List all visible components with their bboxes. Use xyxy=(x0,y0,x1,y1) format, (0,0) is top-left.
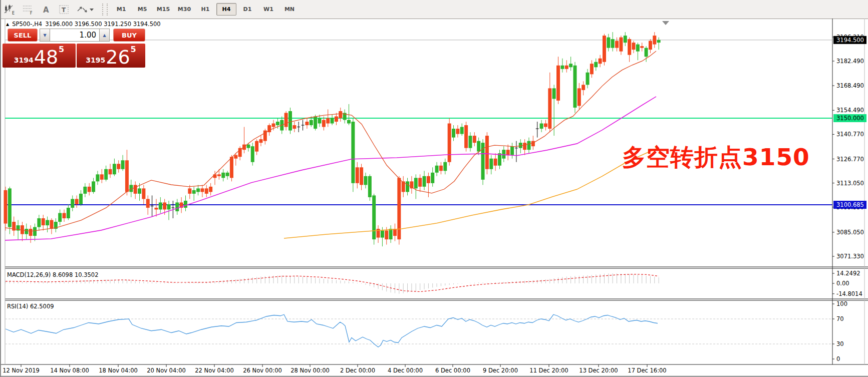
sell-price-sup: 5 xyxy=(59,45,64,54)
buy-price-sup: 5 xyxy=(131,45,136,54)
svg-text:F: F xyxy=(30,11,33,15)
chart-window: 3196.2103182.4903168.4903154.4903140.770… xyxy=(1,19,868,377)
svg-text:0: 0 xyxy=(836,355,840,362)
svg-text:3168.490: 3168.490 xyxy=(836,82,864,89)
sell-price-panel[interactable]: 3194 48 5 xyxy=(3,44,76,68)
chart-candles-icon[interactable]: E xyxy=(2,3,18,17)
price-chart-canvas[interactable]: 3196.2103182.4903168.4903154.4903140.770… xyxy=(1,19,868,377)
svg-text:18 Nov 04:00: 18 Nov 04:00 xyxy=(99,367,138,374)
ohlc-values: 3196.000 3196.500 3191.250 3194.500 xyxy=(45,21,160,28)
svg-text:3182.490: 3182.490 xyxy=(836,58,864,65)
svg-text:3100.685: 3100.685 xyxy=(836,201,864,208)
svg-text:0.00: 0.00 xyxy=(836,280,849,287)
svg-text:3140.770: 3140.770 xyxy=(836,131,864,138)
volume-decrease-button[interactable]: ▼ xyxy=(40,29,50,42)
svg-text:E: E xyxy=(12,11,15,15)
svg-text:11 Dec 20:00: 11 Dec 20:00 xyxy=(529,367,568,374)
chart-title: ▲ SP500-,H4 3196.000 3196.500 3191.250 3… xyxy=(6,21,161,28)
tab-timeframe-m30[interactable]: M30 xyxy=(174,3,194,16)
svg-text:4 Dec 00:00: 4 Dec 00:00 xyxy=(388,367,423,374)
tab-timeframe-m1[interactable]: M1 xyxy=(111,3,131,16)
buy-price-big: 26 xyxy=(106,49,130,66)
svg-text:3071.330: 3071.330 xyxy=(836,253,864,260)
svg-text:28 Nov 00:00: 28 Nov 00:00 xyxy=(291,367,330,374)
svg-text:30: 30 xyxy=(836,340,844,347)
tab-timeframe-mn[interactable]: MN xyxy=(279,3,300,16)
svg-text:3194.500: 3194.500 xyxy=(836,37,864,44)
tab-timeframe-m5[interactable]: M5 xyxy=(132,3,152,16)
svg-text:100: 100 xyxy=(836,300,847,307)
svg-text:13 Dec 20:00: 13 Dec 20:00 xyxy=(579,367,618,374)
tab-timeframe-d1[interactable]: D1 xyxy=(237,3,257,16)
text-box-icon[interactable]: T xyxy=(56,3,72,17)
buy-button[interactable]: BUY xyxy=(113,29,145,42)
svg-text:2 Dec 00:00: 2 Dec 00:00 xyxy=(340,367,375,374)
tab-timeframe-h1[interactable]: H1 xyxy=(195,3,215,16)
svg-text:3085.050: 3085.050 xyxy=(836,229,864,236)
svg-text:3150.000: 3150.000 xyxy=(836,115,864,122)
trading-terminal-window: E F A T M1 xyxy=(0,0,868,377)
sell-price-big: 48 xyxy=(34,49,58,66)
arrow-tools-icon[interactable] xyxy=(74,3,96,17)
svg-text:A: A xyxy=(43,6,49,15)
volume-input[interactable] xyxy=(50,29,100,42)
collapse-panel-icon[interactable]: ▲ xyxy=(6,22,9,27)
svg-text:14 Nov 08:00: 14 Nov 08:00 xyxy=(50,367,89,374)
svg-text:70: 70 xyxy=(836,315,844,322)
svg-text:6 Dec 00:00: 6 Dec 00:00 xyxy=(435,367,470,374)
svg-text:9 Dec 20:00: 9 Dec 20:00 xyxy=(483,367,518,374)
svg-text:12 Nov 2019: 12 Nov 2019 xyxy=(3,367,40,374)
svg-text:-14.8014: -14.8014 xyxy=(836,290,862,297)
svg-text:26 Nov 00:00: 26 Nov 00:00 xyxy=(243,367,282,374)
svg-text:3126.770: 3126.770 xyxy=(836,156,864,163)
timeframe-bar: M1M5M15M30H1H4D1W1MN xyxy=(111,3,300,16)
svg-text:20 Nov 04:00: 20 Nov 04:00 xyxy=(147,367,186,374)
svg-text:22 Nov 04:00: 22 Nov 04:00 xyxy=(195,367,234,374)
tab-timeframe-h4[interactable]: H4 xyxy=(216,3,236,16)
symbol-label: SP500-,H4 xyxy=(12,21,42,28)
svg-text:17 Dec 16:00: 17 Dec 16:00 xyxy=(628,367,666,374)
annotation-text: 多空转折点3150 xyxy=(622,142,810,173)
svg-text:3154.490: 3154.490 xyxy=(836,107,864,114)
sell-price-prefix: 3194 xyxy=(14,56,34,64)
macd-label: MACD(12,26,9) 8.6098 10.3502 xyxy=(7,271,98,278)
buy-price-prefix: 3195 xyxy=(86,56,105,64)
sell-button[interactable]: SELL xyxy=(8,29,38,42)
tab-timeframe-m15[interactable]: M15 xyxy=(153,3,173,16)
svg-text:3113.050: 3113.050 xyxy=(836,180,864,187)
toolbar: E F A T M1 xyxy=(1,0,868,19)
rsi-label: RSI(14) 62.5009 xyxy=(7,303,54,310)
svg-text:14.2492: 14.2492 xyxy=(836,270,860,277)
grid-icon[interactable]: F xyxy=(20,3,36,17)
svg-text:T: T xyxy=(62,7,66,14)
volume-increase-button[interactable]: ▲ xyxy=(99,29,110,42)
buy-price-panel[interactable]: 3195 26 5 xyxy=(77,44,145,68)
text-label-icon[interactable]: A xyxy=(38,3,54,17)
toolbar-separator[interactable] xyxy=(102,4,108,16)
tab-timeframe-w1[interactable]: W1 xyxy=(258,3,278,16)
